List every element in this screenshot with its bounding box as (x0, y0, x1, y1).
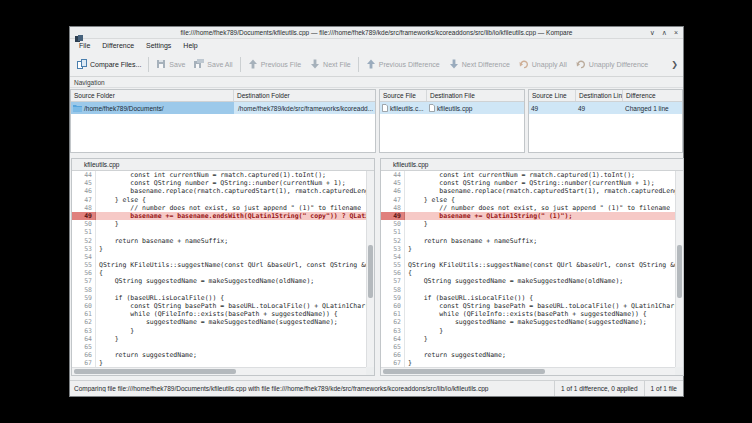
line-number: 44 (381, 171, 405, 179)
code-line: 46 basename.replace(rmatch.capturedStart… (72, 187, 366, 195)
arrow-down-icon (449, 59, 459, 69)
code-text: } (405, 245, 412, 253)
nav-diff-table: Source Line Destination Line Difference … (528, 89, 683, 153)
diff-changed-line: 49 basename += basename.endsWith(QLatin1… (72, 212, 366, 220)
file-icon (382, 104, 388, 112)
column-header-source-line[interactable]: Source Line (529, 90, 576, 101)
code-line: 66 return suggestedName; (381, 351, 675, 359)
destination-folder-cell[interactable]: /home/fhek789/kde/src/frameworks/kcoread… (234, 102, 375, 114)
toolbar-overflow-button[interactable]: ❯ (669, 60, 680, 69)
save-button[interactable]: Save (152, 57, 189, 71)
code-text (405, 253, 408, 261)
destination-file-cell[interactable]: kfileutils.cpp (427, 102, 524, 114)
scrollbar-thumb[interactable] (677, 245, 682, 298)
code-text: const QString number = QString::number(c… (405, 179, 655, 187)
destination-vertical-scrollbar[interactable] (675, 171, 683, 367)
minimize-button[interactable]: ∨ (650, 27, 655, 39)
source-line-cell[interactable]: 49 (529, 102, 576, 114)
nav-row-files[interactable]: kfileutils.c... kfileutils.cpp (380, 102, 524, 114)
source-vertical-scrollbar[interactable] (366, 171, 374, 367)
diff-changed-line: 49 basename += QLatin1String(" (1)"); (381, 212, 675, 220)
line-number: 60 (72, 302, 96, 310)
close-button[interactable]: × (674, 27, 678, 39)
line-number: 55 (72, 261, 96, 269)
status-file-count: 1 of 1 file (644, 381, 683, 396)
compare-files-button[interactable]: Compare Files... (73, 57, 145, 71)
line-number: 57 (72, 277, 96, 285)
source-code-area[interactable]: 44 const int currentNum = rmatch.capture… (72, 171, 366, 367)
code-line: 45 const QString number = QString::numbe… (381, 179, 675, 187)
line-number: 65 (72, 343, 96, 351)
code-text: const int currentNum = rmatch.captured(1… (96, 171, 326, 179)
code-text: while (QFileInfo::exists(basePath + sugg… (405, 310, 647, 318)
menu-help[interactable]: Help (177, 42, 203, 49)
maximize-button[interactable]: ∧ (662, 27, 667, 39)
nav-folders-header: Source Folder Destination Folder (71, 90, 375, 102)
save-all-icon (194, 59, 204, 69)
code-line: 59 if (baseURL.isLocalFile()) { (72, 294, 366, 302)
line-number: 66 (72, 351, 96, 359)
source-file-cell[interactable]: kfileutils.c... (380, 102, 427, 114)
line-number: 52 (72, 237, 96, 245)
undo-all-icon (519, 59, 529, 69)
code-line: 51 (72, 228, 366, 236)
code-text: QString KFileUtils::suggestName(const QU… (96, 261, 366, 269)
code-line: 63 } (72, 327, 366, 335)
code-line: 65 (381, 343, 675, 351)
code-text: basename += QLatin1String(" (1)"); (405, 212, 572, 220)
unapply-difference-button[interactable]: Unapply Difference (572, 57, 652, 71)
column-header-destination-file[interactable]: Destination File (427, 90, 524, 101)
code-line: 57 QString suggestedName = makeSuggested… (72, 277, 366, 285)
destination-horizontal-scrollbar[interactable] (381, 367, 675, 375)
line-number: 59 (381, 294, 405, 302)
code-line: 47 } else { (72, 196, 366, 204)
line-number: 67 (72, 359, 96, 367)
save-all-button[interactable]: Save All (190, 57, 236, 71)
difference-cell[interactable]: Changed 1 line (623, 102, 683, 114)
line-number: 58 (72, 286, 96, 294)
menu-settings[interactable]: Settings (140, 42, 177, 49)
column-header-destination-folder[interactable]: Destination Folder (234, 90, 375, 101)
arrow-down-icon (310, 59, 320, 69)
scrollbar-thumb[interactable] (383, 369, 545, 374)
line-number: 53 (381, 245, 405, 253)
column-header-source-folder[interactable]: Source Folder (71, 90, 234, 101)
line-number: 51 (381, 228, 405, 236)
destination-code-area[interactable]: 44 const int currentNum = rmatch.capture… (381, 171, 675, 367)
code-line: 48 // number does not exist, so just app… (72, 204, 366, 212)
code-text: QString KFileUtils::suggestName(const QU… (405, 261, 675, 269)
code-text: // number does not exist, so just append… (96, 204, 361, 212)
source-folder-cell[interactable]: /home/fhek789/Documents/ (71, 102, 234, 114)
nav-row-folders[interactable]: /home/fhek789/Documents/ /home/fhek789/k… (71, 102, 375, 114)
column-header-destination-line[interactable]: Destination Line (576, 90, 623, 101)
line-number: 58 (381, 286, 405, 294)
code-line: 61 while (QFileInfo::exists(basePath + s… (381, 310, 675, 318)
column-header-source-file[interactable]: Source File (380, 90, 427, 101)
code-text: return suggestedName; (96, 351, 197, 359)
navigation-dock-title[interactable]: Navigation (70, 77, 683, 88)
next-difference-button[interactable]: Next Difference (445, 57, 514, 71)
menu-difference[interactable]: Difference (96, 42, 140, 49)
destination-pane: kfileutils.cpp 44 const int currentNum =… (380, 158, 684, 376)
previous-difference-button[interactable]: Previous Difference (362, 57, 444, 71)
previous-file-button[interactable]: Previous File (244, 57, 305, 71)
line-number: 50 (381, 220, 405, 228)
scrollbar-thumb[interactable] (368, 245, 373, 298)
unapply-all-button[interactable]: Unapply All (515, 57, 571, 71)
column-header-difference[interactable]: Difference (623, 90, 683, 101)
source-pane: kfileutils.cpp 44 const int currentNum =… (71, 158, 375, 376)
code-text: suggestedName = makeSuggestedName(sugges… (405, 318, 647, 326)
next-file-button[interactable]: Next File (306, 57, 355, 71)
source-horizontal-scrollbar[interactable] (72, 367, 366, 375)
status-comparing-text: Comparing file file:///home/fhek789/Docu… (70, 385, 554, 392)
code-line: 54 (381, 253, 675, 261)
nav-row-difference[interactable]: 49 49 Changed 1 line (529, 102, 682, 114)
nav-diff-header: Source Line Destination Line Difference (529, 90, 682, 102)
code-text: if (baseURL.isLocalFile()) { (96, 294, 224, 302)
code-line: 60 const QString basePath = baseURL.toLo… (381, 302, 675, 310)
scrollbar-thumb[interactable] (74, 369, 236, 374)
code-text: } (96, 220, 119, 228)
code-text: } (405, 327, 443, 335)
code-text (96, 228, 99, 236)
destination-line-cell[interactable]: 49 (576, 102, 623, 114)
